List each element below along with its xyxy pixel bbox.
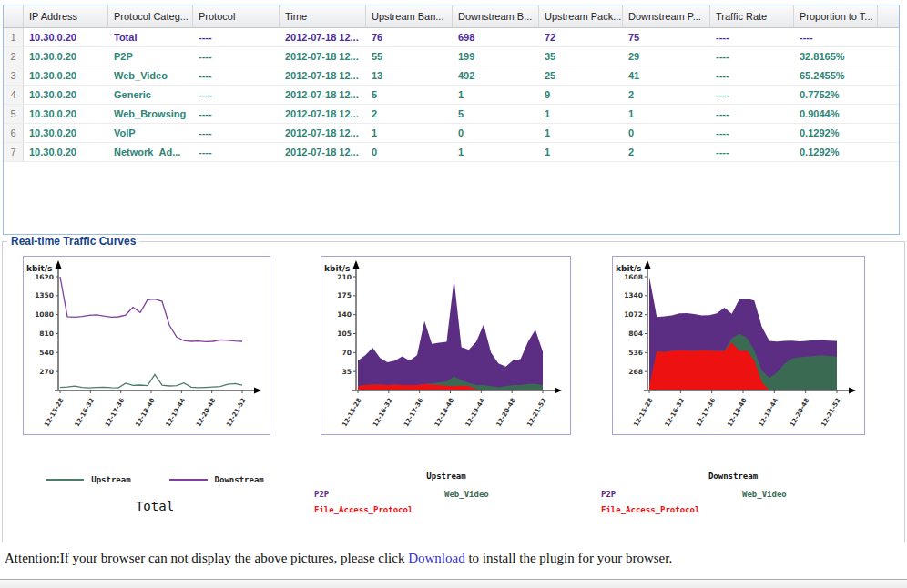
- svg-text:12-18-40: 12-18-40: [433, 397, 456, 428]
- cell-proportion: 0.1292%: [794, 143, 878, 161]
- legend-label-web-video: Web_Video: [742, 490, 787, 499]
- cell-protocol: ----: [193, 66, 280, 85]
- download-link[interactable]: Download: [408, 551, 465, 565]
- cell-proportion: 65.2455%: [794, 66, 878, 85]
- cell-up_pkt: 35: [539, 47, 623, 66]
- table-row[interactable]: 610.30.0.20VoIP----2012-07-18 12...1010-…: [4, 124, 899, 143]
- cell-ip: 10.30.0.20: [24, 105, 108, 123]
- svg-text:12-16-32: 12-16-32: [664, 397, 687, 428]
- svg-text:810: 810: [39, 329, 54, 338]
- svg-text:12-20-48: 12-20-48: [789, 397, 811, 428]
- svg-text:kbit/s: kbit/s: [26, 264, 52, 273]
- table-row[interactable]: 210.30.0.20P2P----2012-07-18 12...551993…: [4, 47, 899, 66]
- cell-rownum: 7: [4, 143, 24, 161]
- svg-text:140: 140: [337, 310, 352, 319]
- cell-proportion: 32.8165%: [794, 47, 878, 66]
- column-header-down_bw[interactable]: Downstream B...: [453, 5, 539, 27]
- svg-text:1350: 1350: [35, 291, 54, 299]
- svg-text:175: 175: [337, 291, 352, 299]
- legend-label-downstream: Downstream: [215, 475, 264, 484]
- cell-ip: 10.30.0.20: [24, 124, 108, 142]
- cell-time: 2012-07-18 12...: [280, 86, 366, 104]
- cell-rate: ----: [710, 66, 794, 85]
- cell-proportion: 0.7752%: [794, 86, 878, 104]
- chart-title-total: Total: [23, 499, 287, 513]
- legend-label-file-access-protocol: File_Access_Protocol: [314, 505, 413, 514]
- grid-header: IP AddressProtocol Categ...ProtocolTimeU…: [4, 5, 899, 28]
- cell-protocol: ----: [193, 105, 280, 123]
- cell-up_bw: 55: [366, 47, 453, 66]
- cell-down_bw: 199: [453, 47, 539, 66]
- svg-text:12-19-44: 12-19-44: [165, 397, 188, 428]
- svg-text:12-17-36: 12-17-36: [695, 397, 718, 428]
- cell-down_pkt: 0: [623, 124, 710, 142]
- table-row[interactable]: 710.30.0.20Network_Ad...----2012-07-18 1…: [4, 143, 899, 162]
- cell-down_pkt: 75: [623, 28, 710, 46]
- column-header-ip[interactable]: IP Address: [24, 5, 108, 27]
- cell-time: 2012-07-18 12...: [280, 66, 366, 85]
- cell-time: 2012-07-18 12...: [280, 28, 366, 46]
- table-row[interactable]: 410.30.0.20Generic----2012-07-18 12...51…: [4, 86, 899, 105]
- svg-text:12-16-32: 12-16-32: [372, 397, 394, 428]
- cell-ip: 10.30.0.20: [24, 143, 108, 161]
- svg-text:536: 536: [628, 349, 643, 357]
- cell-down_bw: 0: [453, 124, 539, 142]
- column-header-up_pkt[interactable]: Upstream Pack...: [539, 5, 623, 27]
- svg-text:210: 210: [337, 273, 352, 281]
- column-header-up_bw[interactable]: Upstream Ban...: [366, 5, 453, 27]
- cell-up_pkt: 1: [539, 143, 623, 161]
- cell-rate: ----: [710, 143, 794, 161]
- cell-down_pkt: 41: [623, 66, 710, 85]
- table-row[interactable]: 310.30.0.20Web_Video----2012-07-18 12...…: [4, 66, 899, 86]
- legend-total: Upstream Downstream Total: [23, 475, 287, 513]
- attention-prefix: Attention:If your browser can not displa…: [5, 551, 408, 565]
- svg-text:12-17-36: 12-17-36: [403, 397, 425, 428]
- column-header-category[interactable]: Protocol Categ...: [108, 5, 193, 27]
- cell-proportion: 0.9044%: [794, 105, 878, 123]
- legend-label-p2p: P2P: [601, 490, 616, 499]
- chart-title-upstream: Upstream: [301, 471, 592, 481]
- section-title: Real-time Traffic Curves: [7, 235, 139, 248]
- svg-text:12-15-28: 12-15-28: [632, 397, 655, 428]
- svg-text:kbit/s: kbit/s: [616, 264, 641, 273]
- table-row[interactable]: 510.30.0.20Web_Browsing----2012-07-18 12…: [4, 105, 899, 124]
- cell-rate: ----: [710, 28, 794, 46]
- column-header-protocol[interactable]: Protocol: [193, 5, 280, 27]
- cell-category: P2P: [108, 47, 193, 66]
- svg-text:12-15-28: 12-15-28: [341, 397, 363, 428]
- cell-category: Generic: [108, 86, 193, 104]
- table-row[interactable]: 110.30.0.20Total----2012-07-18 12...7669…: [4, 28, 899, 47]
- cell-up_pkt: 72: [539, 28, 623, 46]
- cell-rate: ----: [710, 124, 794, 142]
- cell-protocol: ----: [193, 124, 280, 142]
- cell-up_bw: 1: [366, 124, 453, 142]
- svg-text:70: 70: [342, 349, 352, 357]
- legend-label-upstream: Upstream: [91, 475, 130, 484]
- column-header-proportion[interactable]: Proportion to T...: [794, 5, 878, 27]
- chart-title-downstream: Downstream: [587, 471, 879, 481]
- column-header-filler: [878, 5, 899, 27]
- legend-label-p2p: P2P: [314, 490, 329, 499]
- total-traffic-chart: kbit/s27054081010801350162012-15-2812-16…: [23, 256, 270, 435]
- cell-category: VoIP: [108, 124, 193, 142]
- upstream-traffic-chart: kbit/s357010514017521012-15-2812-16-3212…: [321, 256, 571, 435]
- svg-text:12-19-44: 12-19-44: [758, 397, 780, 428]
- svg-text:12-21-52: 12-21-52: [820, 397, 842, 428]
- svg-text:1072: 1072: [624, 310, 643, 319]
- column-header-time[interactable]: Time: [280, 5, 366, 27]
- cell-up_pkt: 25: [539, 66, 623, 85]
- cell-time: 2012-07-18 12...: [280, 143, 366, 161]
- cell-ip: 10.30.0.20: [24, 28, 108, 46]
- svg-text:12-15-28: 12-15-28: [43, 397, 66, 428]
- cell-up_bw: 2: [366, 105, 453, 123]
- column-header-rate[interactable]: Traffic Rate: [710, 5, 794, 27]
- cell-down_pkt: 2: [623, 86, 710, 104]
- cell-proportion: ----: [794, 28, 878, 46]
- svg-text:12-21-52: 12-21-52: [525, 397, 548, 428]
- column-header-down_pkt[interactable]: Downstream P...: [623, 5, 710, 27]
- cell-up_bw: 76: [366, 28, 453, 46]
- svg-text:kbit/s: kbit/s: [324, 264, 350, 273]
- cell-down_pkt: 2: [623, 143, 710, 161]
- column-header-num[interactable]: [4, 5, 24, 27]
- cell-ip: 10.30.0.20: [24, 86, 108, 104]
